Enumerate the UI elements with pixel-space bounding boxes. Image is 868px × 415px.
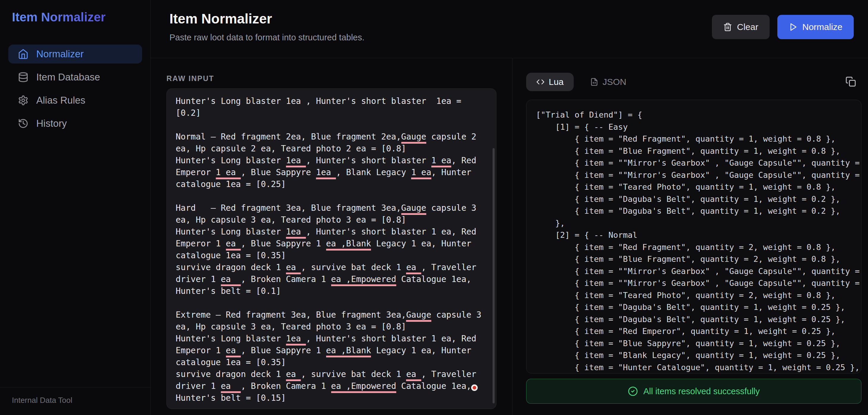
normalize-button-label: Normalize — [802, 22, 842, 32]
raw-input-text[interactable]: Hunter's Long blaster 1ea , Hunter's sho… — [176, 95, 487, 404]
trash-icon — [723, 23, 732, 31]
home-icon — [18, 49, 29, 59]
sidebar-item-label: History — [36, 118, 67, 129]
header-actions: Clear Normalize — [712, 15, 854, 39]
clear-button-label: Clear — [737, 22, 758, 32]
sidebar-item-alias-rules[interactable]: Alias Rules — [8, 91, 142, 110]
status-banner-text: All items resolved successfully — [643, 386, 760, 396]
sidebar-item-label: Alias Rules — [36, 95, 85, 106]
panel-divider — [512, 58, 513, 415]
tab-json[interactable]: JSON — [590, 73, 626, 91]
app-root: Item Normalizer Normalizer Item Database… — [0, 0, 868, 415]
code-icon — [536, 78, 545, 86]
file-code-icon — [590, 78, 598, 86]
recording-indicator-dot[interactable] — [471, 384, 478, 391]
tab-json-label: JSON — [602, 77, 626, 87]
page-header: Item Normalizer Paste raw loot data to f… — [151, 0, 868, 58]
raw-input-textarea[interactable]: Hunter's Long blaster 1ea , Hunter's sho… — [166, 89, 496, 409]
brand-title: Item Normalizer — [12, 10, 105, 24]
clear-button[interactable]: Clear — [712, 15, 770, 39]
output-code-box: ["Trial of Diend"] = { [1] = { -- Easy {… — [526, 100, 862, 374]
normalize-button[interactable]: Normalize — [777, 15, 854, 39]
page-title: Item Normalizer — [169, 11, 272, 27]
sidebar-footer-note: Internal Data Tool — [0, 387, 150, 415]
database-icon — [18, 72, 29, 82]
page-subtitle: Paste raw loot data to format into struc… — [169, 33, 365, 42]
gear-icon — [18, 95, 29, 106]
sidebar-item-label: Item Database — [36, 72, 100, 83]
sidebar: Item Normalizer Normalizer Item Database… — [0, 0, 151, 415]
play-icon — [788, 23, 798, 31]
copy-button[interactable] — [844, 75, 857, 88]
tab-lua[interactable]: Lua — [526, 73, 574, 91]
sidebar-item-item-database[interactable]: Item Database — [8, 68, 142, 87]
sidebar-item-history[interactable]: History — [8, 114, 142, 133]
sidebar-nav: Normalizer Item Database Alias Rules His… — [8, 44, 142, 137]
output-code: ["Trial of Diend"] = { [1] = { -- Easy {… — [536, 109, 851, 374]
tab-lua-label: Lua — [549, 77, 564, 87]
raw-input-scrollbar[interactable] — [493, 148, 495, 404]
status-banner: All items resolved successfully — [526, 379, 862, 404]
history-icon — [18, 118, 29, 129]
sidebar-item-normalizer[interactable]: Normalizer — [8, 44, 142, 64]
output-tabbar: Lua JSON — [526, 73, 862, 91]
raw-input-label: RAW INPUT — [166, 74, 214, 83]
sidebar-item-label: Normalizer — [36, 48, 84, 60]
copy-icon — [845, 76, 856, 87]
check-circle-icon — [628, 386, 638, 396]
